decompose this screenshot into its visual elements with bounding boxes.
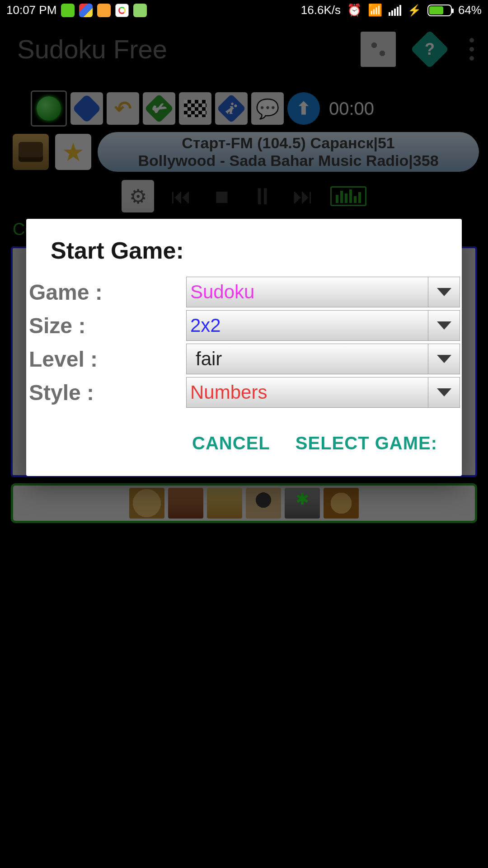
style-value: Numbers [187, 377, 428, 407]
style-dropdown[interactable]: Numbers [186, 377, 460, 408]
game-label: Game : [26, 280, 186, 305]
select-game-button[interactable]: SELECT GAME: [296, 433, 437, 453]
cancel-button[interactable]: CANCEL [192, 433, 270, 453]
size-value: 2x2 [187, 311, 428, 340]
game-dropdown[interactable]: Sudoku [186, 277, 460, 307]
dialog-title: Start Game: [26, 237, 462, 275]
style-label: Style : [26, 380, 186, 405]
chevron-down-icon [428, 311, 460, 340]
chevron-down-icon [428, 377, 460, 407]
level-label: Level : [26, 347, 186, 372]
start-game-dialog: Start Game: Game : Sudoku Size : 2x2 Lev… [26, 219, 462, 476]
level-dropdown[interactable]: fair [186, 344, 460, 374]
chevron-down-icon [428, 344, 460, 374]
level-value: fair [187, 344, 428, 374]
game-value: Sudoku [187, 277, 428, 307]
size-label: Size : [26, 313, 186, 338]
size-dropdown[interactable]: 2x2 [186, 310, 460, 341]
chevron-down-icon [428, 277, 460, 307]
